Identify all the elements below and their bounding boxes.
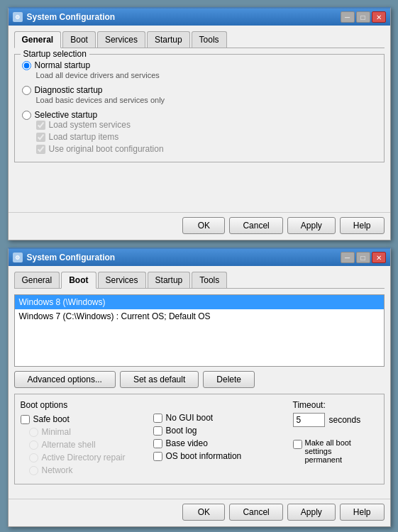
- apply-button-2[interactable]: Apply: [287, 504, 336, 521]
- timeout-unit: seconds: [329, 415, 361, 425]
- minimal-option: Minimal: [21, 427, 146, 437]
- alternate-shell-label: Alternate shell: [42, 440, 96, 450]
- timeout-section: Timeout: 5 seconds Make all boot setting…: [293, 400, 378, 478]
- tab-tools-2[interactable]: Tools: [192, 272, 227, 288]
- tab-boot-1[interactable]: Boot: [62, 31, 96, 48]
- normal-startup-desc: Load all device drivers and services: [36, 71, 377, 79]
- boot-log-option: Boot log: [153, 426, 279, 436]
- boot-list: Windows 8 (\Windows) Windows 7 (C:\Windo…: [14, 294, 385, 367]
- safe-boot-checkbox[interactable]: [21, 415, 30, 424]
- boot-log-checkbox[interactable]: [153, 426, 162, 436]
- selective-startup-radio[interactable]: [22, 111, 31, 120]
- boot-actions: Advanced options... Set as default Delet…: [14, 371, 385, 388]
- minimize-button-2[interactable]: ─: [341, 252, 355, 263]
- minimal-label: Minimal: [42, 427, 71, 437]
- tab-services-1[interactable]: Services: [97, 31, 145, 48]
- help-button-1[interactable]: Help: [340, 217, 385, 234]
- app-icon-2: ⚙: [13, 253, 23, 262]
- tab-startup-1[interactable]: Startup: [147, 31, 190, 48]
- tab-startup-2[interactable]: Startup: [148, 272, 191, 288]
- window2: ⚙ System Configuration ─ □ ✕ General Boo…: [8, 248, 391, 527]
- diagnostic-startup-desc: Load basic devices and services only: [36, 96, 377, 104]
- title-bar-1: ⚙ System Configuration ─ □ ✕: [9, 9, 390, 26]
- os-boot-info-checkbox[interactable]: [153, 452, 162, 461]
- tab-bar-2: General Boot Services Startup Tools: [14, 272, 385, 289]
- title-bar-left-1: ⚙ System Configuration: [13, 12, 116, 22]
- ad-repair-option: Active Directory repair: [21, 453, 146, 462]
- maximize-button-1[interactable]: □: [356, 11, 370, 23]
- boot-entry-1[interactable]: Windows 7 (C:\Windows) : Current OS; Def…: [15, 309, 384, 323]
- normal-startup-radio[interactable]: [22, 61, 31, 70]
- minimize-button-1[interactable]: ─: [341, 11, 355, 23]
- use-original-boot-row: Use original boot configuration: [36, 144, 377, 154]
- os-boot-info-option: OS boot information: [153, 451, 279, 461]
- boot-entry-0[interactable]: Windows 8 (\Windows): [15, 295, 384, 309]
- boot-options-section: Boot options Safe boot Minimal Alternate…: [14, 394, 385, 484]
- tab-bar-1: General Boot Services Startup Tools: [14, 31, 385, 48]
- selective-startup-item: Selective startup Load system services L…: [22, 110, 377, 156]
- load-system-services-label: Load system services: [49, 120, 131, 130]
- set-default-button[interactable]: Set as default: [120, 371, 199, 388]
- diagnostic-startup-row: Diagnostic startup: [22, 85, 377, 95]
- app-icon-1: ⚙: [13, 12, 23, 22]
- help-button-2[interactable]: Help: [340, 504, 385, 521]
- load-startup-items-row: Load startup items: [36, 132, 377, 142]
- no-gui-boot-option: No GUI boot: [153, 413, 279, 423]
- delete-button[interactable]: Delete: [203, 371, 255, 388]
- title-bar-buttons-2: ─ □ ✕: [341, 252, 386, 263]
- selective-startup-row: Selective startup: [22, 110, 377, 120]
- ok-button-2[interactable]: OK: [182, 504, 225, 521]
- cancel-button-2[interactable]: Cancel: [229, 504, 282, 521]
- close-button-2[interactable]: ✕: [372, 252, 386, 263]
- load-startup-items-label: Load startup items: [49, 132, 119, 142]
- title-bar-2: ⚙ System Configuration ─ □ ✕: [9, 249, 390, 266]
- normal-startup-item: Normal startup Load all device drivers a…: [22, 60, 377, 79]
- title-bar-left-2: ⚙ System Configuration: [13, 253, 116, 262]
- boot-col-right: No GUI boot Boot log Base video OS boot …: [153, 413, 279, 478]
- window1-content: General Boot Services Startup Tools Star…: [9, 26, 390, 209]
- tab-tools-1[interactable]: Tools: [192, 31, 227, 48]
- dialog-buttons-1: OK Cancel Apply Help: [9, 212, 390, 240]
- apply-button-1[interactable]: Apply: [287, 217, 336, 234]
- ad-repair-label: Active Directory repair: [42, 453, 126, 462]
- safe-boot-label: Safe boot: [33, 414, 70, 424]
- alternate-shell-option: Alternate shell: [21, 440, 146, 450]
- diagnostic-startup-label: Diagnostic startup: [35, 85, 103, 95]
- advanced-options-button[interactable]: Advanced options...: [14, 371, 116, 388]
- load-startup-items-checkbox[interactable]: [36, 133, 45, 142]
- startup-selection-group: Startup selection Normal startup Load al…: [14, 54, 385, 162]
- tab-general-1[interactable]: General: [14, 31, 62, 48]
- ad-repair-radio[interactable]: [29, 453, 38, 462]
- diagnostic-startup-radio[interactable]: [22, 86, 31, 95]
- window2-content: General Boot Services Startup Tools Wind…: [9, 266, 390, 496]
- ok-button-1[interactable]: OK: [182, 217, 225, 234]
- radio-group: Normal startup Load all device drivers a…: [22, 60, 377, 156]
- no-gui-boot-checkbox[interactable]: [153, 414, 162, 423]
- boot-options-label: Boot options: [21, 400, 146, 410]
- use-original-boot-checkbox[interactable]: [36, 145, 45, 154]
- base-video-label: Base video: [166, 438, 208, 448]
- tab-services-2[interactable]: Services: [98, 272, 146, 288]
- normal-startup-row: Normal startup: [22, 60, 377, 70]
- load-system-services-checkbox[interactable]: [36, 121, 45, 130]
- minimal-radio[interactable]: [29, 428, 38, 437]
- safe-boot-option: Safe boot: [21, 414, 146, 424]
- window1: ⚙ System Configuration ─ □ ✕ General Boo…: [8, 7, 391, 240]
- selective-startup-label: Selective startup: [35, 110, 98, 120]
- base-video-checkbox[interactable]: [153, 439, 162, 448]
- timeout-label: Timeout:: [293, 400, 378, 410]
- cancel-button-1[interactable]: Cancel: [229, 217, 282, 234]
- make-permanent-checkbox[interactable]: [293, 440, 302, 449]
- tab-general-2[interactable]: General: [14, 272, 60, 288]
- tab-boot-2[interactable]: Boot: [61, 272, 96, 289]
- timeout-input[interactable]: 5: [293, 413, 325, 427]
- alternate-shell-radio[interactable]: [29, 440, 38, 450]
- make-permanent-label: Make all boot settings permanent: [305, 438, 364, 464]
- load-system-services-row: Load system services: [36, 120, 377, 130]
- timeout-row: 5 seconds: [293, 413, 378, 427]
- maximize-button-2[interactable]: □: [356, 252, 370, 263]
- close-button-1[interactable]: ✕: [372, 11, 386, 23]
- window1-title: System Configuration: [27, 12, 116, 22]
- normal-startup-label: Normal startup: [35, 60, 91, 70]
- network-radio[interactable]: [29, 466, 38, 475]
